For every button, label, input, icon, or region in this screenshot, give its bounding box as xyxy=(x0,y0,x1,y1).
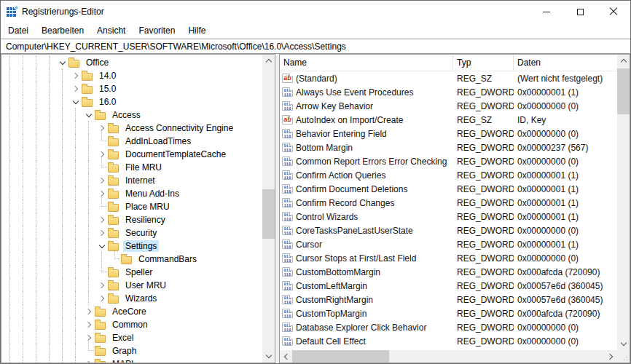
registry-value-row-confirm-action-queries[interactable]: 011 110Confirm Action QueriesREG_DWORD0x… xyxy=(280,168,617,182)
expander-chevron[interactable] xyxy=(57,56,68,69)
tree-guide-line xyxy=(75,304,76,319)
value-name-text: (Standard) xyxy=(296,74,337,84)
tree-item-excel[interactable]: Excel xyxy=(1,331,262,344)
tree-item-user-mru[interactable]: User MRU xyxy=(1,279,262,292)
expander-chevron[interactable] xyxy=(70,69,82,82)
folder-icon xyxy=(121,256,132,264)
tree-guide-line xyxy=(49,357,50,363)
value-name-cell: 011 110Cursor xyxy=(280,240,453,250)
tree-item-file-mru[interactable]: File MRU xyxy=(1,161,262,174)
list-vertical-scrollbar[interactable] xyxy=(617,55,630,350)
maximize-button[interactable] xyxy=(563,1,597,23)
registry-value-row-default-cell-effect[interactable]: 011 110Default Cell EffectREG_DWORD0x000… xyxy=(280,334,617,348)
list-scroll-left-button[interactable] xyxy=(280,350,292,363)
tree-item-common[interactable]: Common xyxy=(1,318,262,331)
tree-guide-line xyxy=(62,278,63,293)
registry-value-row-confirm-document-deletions[interactable]: 011 110Confirm Document DeletionsREG_DWO… xyxy=(280,182,617,196)
tree-item-wizards[interactable]: Wizards xyxy=(1,292,262,305)
registry-value-row-common-report-errors-error-checking[interactable]: 011 110Common Report Errors Error Checki… xyxy=(280,154,617,168)
tree-item-16-0[interactable]: 16.0 xyxy=(1,95,262,108)
list-horizontal-scrollbar[interactable] xyxy=(280,350,617,363)
list-scroll-up-button[interactable] xyxy=(617,55,630,67)
folder-icon xyxy=(95,335,106,343)
tree-scroll-down-button[interactable] xyxy=(262,350,275,363)
tree-item-commandbars[interactable]: CommandBars xyxy=(1,253,262,266)
menu-item-datei[interactable]: Datei xyxy=(1,23,35,39)
tree-item-speller[interactable]: Speller xyxy=(1,266,262,279)
address-input[interactable] xyxy=(1,39,630,53)
expander-chevron[interactable] xyxy=(70,82,82,95)
folder-icon xyxy=(108,138,119,146)
registry-value-row-bottom-margin[interactable]: 011 110Bottom MarginREG_DWORD0x00000237 … xyxy=(280,141,617,154)
expander-chevron[interactable] xyxy=(96,292,108,305)
list-scroll-down-button[interactable] xyxy=(617,338,630,350)
registry-value-row-custombottommargin[interactable]: 011 110CustomBottomMarginREG_DWORD0x000a… xyxy=(280,265,617,279)
tree-item-place-mru[interactable]: Place MRU xyxy=(1,200,262,213)
tree-item-15-0[interactable]: 15.0 xyxy=(1,82,262,95)
expander-chevron[interactable] xyxy=(70,95,82,108)
menu-item-favoriten[interactable]: Favoriten xyxy=(132,23,181,39)
tree-item-menu-add-ins[interactable]: Menu Add-Ins xyxy=(1,187,262,200)
resize-grip[interactable] xyxy=(617,350,630,363)
list-scrollbar-thumb[interactable] xyxy=(617,68,630,114)
tree-item-access[interactable]: Access xyxy=(1,108,262,122)
registry-value-row-behavior-entering-field[interactable]: 011 110Behavior Entering FieldREG_DWORD0… xyxy=(280,127,617,141)
expander-chevron[interactable] xyxy=(83,108,95,122)
tree-guide-line xyxy=(36,331,36,345)
registry-value-row-customrightmargin[interactable]: 011 110CustomRightMarginREG_DWORD0x00057… xyxy=(280,293,617,306)
registry-value-row-confirm-record-changes[interactable]: 011 110Confirm Record ChangesREG_DWORD0x… xyxy=(280,196,617,210)
expander-chevron[interactable] xyxy=(96,174,108,187)
registry-value-row-cursor-stops-at-first-last-field[interactable]: 011 110Cursor Stops at First/Last FieldR… xyxy=(280,251,617,265)
tree-item-resiliency[interactable]: Resiliency xyxy=(1,213,262,226)
tree-item-documenttemplatecache[interactable]: DocumentTemplateCache xyxy=(1,148,262,161)
registry-value-row-database-explorer-click-behavior[interactable]: 011 110Database Explorer Click BehaviorR… xyxy=(280,320,617,334)
expander-chevron[interactable] xyxy=(83,357,95,363)
registry-value-row-autoindex-on-import-create[interactable]: abAutoIndex on Import/CreateREG_SZID, Ke… xyxy=(280,113,617,127)
column-header-typ[interactable]: Typ xyxy=(453,55,514,71)
tree-item-graph[interactable]: Graph xyxy=(1,344,262,357)
minimize-button[interactable] xyxy=(530,1,563,23)
column-header-name[interactable]: Name xyxy=(280,55,453,71)
tree-item-mapi[interactable]: MAPI xyxy=(1,357,262,363)
tree-item-acecore[interactable]: AceCore xyxy=(1,305,262,318)
registry-value-row-arrow-key-behavior[interactable]: 011 110Arrow Key BehaviorREG_DWORD0x0000… xyxy=(280,99,617,113)
expander-chevron[interactable] xyxy=(83,318,95,331)
tree-guide-line xyxy=(23,95,23,109)
folder-icon xyxy=(108,151,119,159)
tree-item-security[interactable]: Security xyxy=(1,226,262,240)
tree-guide-line xyxy=(62,108,63,122)
list-hscrollbar-thumb[interactable] xyxy=(292,350,389,363)
column-header-daten[interactable]: Daten xyxy=(514,55,617,71)
expander-chevron[interactable] xyxy=(96,240,108,253)
tree-scroll-up-button[interactable] xyxy=(262,55,275,67)
expander-chevron[interactable] xyxy=(96,226,108,240)
close-button[interactable] xyxy=(597,1,630,23)
tree-item-access-connectivity-engine[interactable]: Access Connectivity Engine xyxy=(1,122,262,135)
registry-value-row-customleftmargin[interactable]: 011 110CustomLeftMarginREG_DWORD0x00057e… xyxy=(280,279,617,293)
registry-value-row-customtopmargin[interactable]: 011 110CustomTopMarginREG_DWORD0x000afcd… xyxy=(280,306,617,320)
tree-item-addinloadtimes[interactable]: AddInLoadTimes xyxy=(1,135,262,148)
value-data-cell: 0x00000001 (1) xyxy=(514,212,617,222)
list-scroll-right-button[interactable] xyxy=(605,350,617,363)
menu-item-hilfe[interactable]: Hilfe xyxy=(181,23,212,39)
tree-item-14-0[interactable]: 14.0 xyxy=(1,69,262,82)
registry-value-row-cursor[interactable]: 011 110CursorREG_DWORD0x00000001 (1) xyxy=(280,237,617,251)
registry-value-row-always-use-event-procedures[interactable]: 011 110Always Use Event ProceduresREG_DW… xyxy=(280,85,617,99)
registry-value-row-control-wizards[interactable]: 011 110Control WizardsREG_DWORD0x0000000… xyxy=(280,210,617,223)
chevron-collapsed-icon xyxy=(98,296,104,301)
expander-chevron[interactable] xyxy=(83,305,95,318)
menu-item-bearbeiten[interactable]: Bearbeiten xyxy=(35,23,90,39)
value-data-cell: 0x00000000 (0) xyxy=(514,323,617,333)
registry-value-row-coretaskspanelastuserstate[interactable]: 011 110CoreTasksPaneLastUserStateREG_DWO… xyxy=(280,223,617,237)
tree-item-office[interactable]: Office xyxy=(1,56,262,69)
tree-item-internet[interactable]: Internet xyxy=(1,174,262,187)
value-name-text: Cursor xyxy=(296,240,322,250)
expander-chevron[interactable] xyxy=(96,213,108,226)
tree-scrollbar-thumb[interactable] xyxy=(262,189,275,239)
expander-chevron[interactable] xyxy=(96,279,108,292)
menu-item-ansicht[interactable]: Ansicht xyxy=(90,23,132,39)
tree-vertical-scrollbar[interactable] xyxy=(262,55,275,363)
tree-guide-line xyxy=(23,331,23,345)
registry-value-row-standard[interactable]: ab(Standard)REG_SZ(Wert nicht festgelegt… xyxy=(280,71,617,85)
tree-item-settings[interactable]: Settings xyxy=(1,240,262,253)
